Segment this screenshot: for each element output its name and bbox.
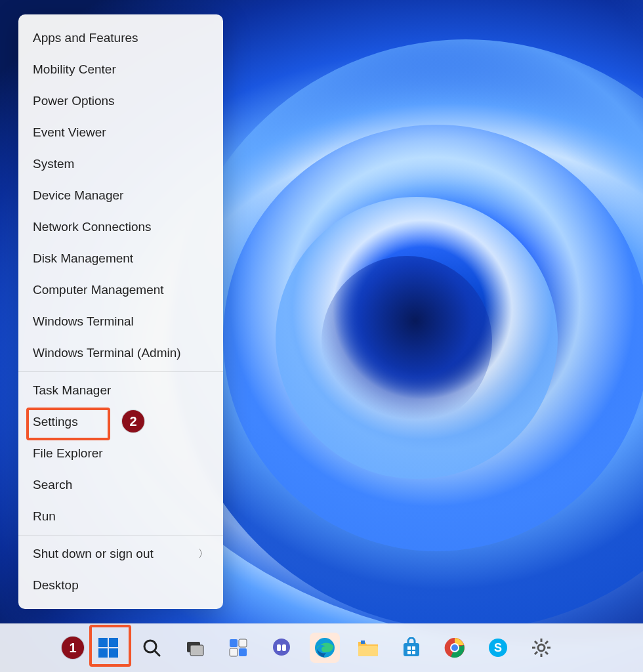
svg-point-12 (273, 639, 290, 656)
chevron-right-icon: 〉 (198, 547, 209, 561)
svg-line-36 (535, 652, 537, 654)
svg-rect-13 (277, 644, 281, 651)
menu-separator (18, 371, 223, 372)
menu-item-file-explorer[interactable]: File Explorer (18, 438, 223, 469)
menu-item-label: Search (33, 478, 72, 492)
svg-line-34 (545, 652, 548, 654)
menu-item-label: Device Manager (33, 188, 123, 203)
svg-rect-16 (358, 646, 378, 656)
wallpaper-layer (322, 256, 492, 427)
menu-item-label: Power Options (33, 94, 115, 108)
widgets-button[interactable] (223, 633, 253, 663)
menu-item-windows-terminal[interactable]: Windows Terminal (18, 306, 223, 337)
svg-rect-2 (98, 648, 108, 658)
menu-item-shut-down-or-sign-out[interactable]: Shut down or sign out 〉 (18, 538, 223, 570)
search-icon (142, 638, 161, 658)
svg-rect-20 (412, 646, 415, 650)
menu-item-computer-management[interactable]: Computer Management (18, 274, 223, 306)
menu-item-label: Windows Terminal (Admin) (33, 346, 181, 360)
chat-button[interactable] (266, 633, 297, 663)
settings-button[interactable] (526, 633, 556, 663)
menu-item-label: Event Viewer (33, 125, 106, 140)
svg-rect-19 (407, 646, 411, 650)
task-view-icon (185, 638, 205, 658)
menu-item-label: Settings (33, 415, 78, 429)
svg-point-25 (451, 644, 458, 651)
svg-rect-9 (239, 639, 247, 647)
menu-item-windows-terminal-admin[interactable]: Windows Terminal (Admin) (18, 337, 223, 369)
svg-rect-0 (98, 638, 108, 647)
search-button[interactable] (136, 633, 167, 663)
menu-item-label: Network Connections (33, 220, 152, 234)
folder-icon (357, 638, 379, 658)
gear-icon (531, 637, 552, 658)
menu-item-desktop[interactable]: Desktop (18, 570, 223, 601)
menu-item-label: Shut down or sign out (33, 547, 154, 561)
skype-icon: S (487, 637, 508, 658)
task-view-button[interactable] (180, 633, 210, 663)
menu-item-task-manager[interactable]: Task Manager (18, 375, 223, 406)
menu-item-label: Disk Management (33, 251, 133, 266)
skype-button[interactable]: S (483, 633, 513, 663)
annotation-callout-2: 2 (122, 410, 144, 432)
svg-text:S: S (494, 641, 502, 654)
svg-rect-22 (412, 651, 415, 654)
menu-item-label: Mobility Center (33, 62, 116, 77)
svg-rect-8 (230, 639, 238, 647)
windows-logo-icon (97, 637, 119, 659)
chat-icon (271, 637, 292, 658)
widgets-icon (228, 637, 249, 658)
menu-item-label: Run (33, 509, 56, 524)
menu-separator (18, 535, 223, 536)
menu-item-mobility-center[interactable]: Mobility Center (18, 54, 223, 85)
menu-item-event-viewer[interactable]: Event Viewer (18, 117, 223, 148)
svg-rect-21 (407, 651, 411, 654)
winx-context-menu: Apps and Features Mobility Center Power … (18, 14, 223, 609)
svg-line-35 (545, 641, 548, 644)
desktop-wallpaper: Apps and Features Mobility Center Power … (0, 0, 643, 672)
menu-item-disk-management[interactable]: Disk Management (18, 243, 223, 274)
menu-item-power-options[interactable]: Power Options (18, 85, 223, 117)
menu-item-apps-and-features[interactable]: Apps and Features (18, 22, 223, 54)
menu-item-label: Task Manager (33, 383, 111, 398)
svg-point-28 (538, 644, 545, 651)
menu-item-run[interactable]: Run (18, 501, 223, 532)
menu-item-settings[interactable]: Settings 2 (18, 406, 223, 438)
menu-item-label: File Explorer (33, 446, 103, 461)
menu-item-device-manager[interactable]: Device Manager (18, 180, 223, 211)
store-icon (401, 637, 422, 658)
menu-item-label: Windows Terminal (33, 314, 134, 329)
svg-rect-3 (109, 648, 118, 658)
svg-line-5 (155, 651, 159, 656)
menu-item-network-connections[interactable]: Network Connections (18, 211, 223, 243)
menu-item-system[interactable]: System (18, 148, 223, 180)
chrome-button[interactable] (440, 633, 470, 663)
svg-rect-11 (239, 648, 247, 656)
file-explorer-button[interactable] (353, 633, 383, 663)
taskbar: 1 (0, 623, 643, 672)
edge-icon (314, 637, 336, 659)
menu-item-label: Computer Management (33, 283, 164, 297)
microsoft-store-button[interactable] (396, 633, 426, 663)
annotation-callout-1: 1 (62, 637, 84, 659)
svg-rect-7 (190, 645, 203, 656)
svg-rect-14 (282, 644, 286, 651)
menu-item-label: System (33, 157, 74, 171)
menu-item-label: Desktop (33, 578, 79, 593)
svg-line-33 (535, 641, 537, 644)
menu-item-label: Apps and Features (33, 31, 138, 45)
svg-rect-18 (404, 643, 419, 656)
svg-rect-1 (109, 638, 118, 647)
svg-rect-10 (230, 648, 238, 656)
edge-button[interactable] (310, 633, 340, 663)
chrome-icon (444, 637, 465, 658)
start-button[interactable] (93, 633, 123, 663)
menu-item-search[interactable]: Search (18, 469, 223, 501)
svg-rect-17 (361, 640, 365, 644)
